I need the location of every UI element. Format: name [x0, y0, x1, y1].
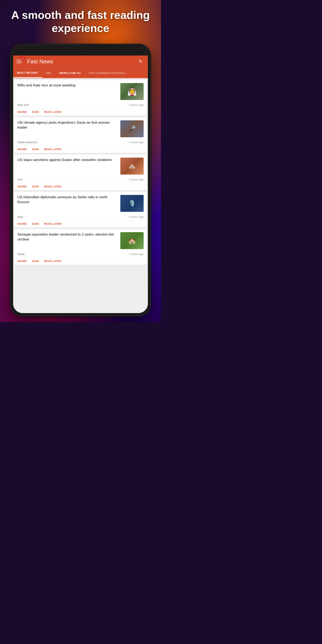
- read-later-button-4[interactable]: READ LATER: [44, 222, 61, 226]
- news-card-2-text: UN climate agency picks Argentina's Saul…: [17, 120, 118, 132]
- tab-abc[interactable]: ABC: [42, 68, 56, 78]
- save-button-5[interactable]: SAVE: [32, 260, 39, 263]
- news-meta-3: Onu 3 hours ago: [17, 177, 144, 181]
- news-card-1-text: Wills and Kate stun at royal wedding: [17, 83, 118, 90]
- news-card-2[interactable]: UN climate agency picks Argentina's Saul…: [14, 117, 146, 153]
- read-later-button-5[interactable]: READ LATER: [44, 260, 61, 263]
- news-card-1-top: Wills and Kate stun at royal wedding: [17, 83, 144, 100]
- news-headline-4: US intensifies diplomatic pressure as Se…: [17, 195, 118, 205]
- share-button-1[interactable]: SHARE: [17, 110, 27, 114]
- news-card-5-top: Senegal opposition leader sentenced to 2…: [17, 232, 144, 249]
- power-button: [150, 108, 150, 125]
- refresh-button[interactable]: ↻: [137, 58, 144, 65]
- tab-news-com-au[interactable]: NEWS.COM.AU: [56, 68, 84, 78]
- news-list: Wills and Kate stun at royal wedding Dar…: [13, 78, 148, 313]
- page-headline: A smooth and fast reading experience: [0, 8, 161, 35]
- hamburger-line-2: [16, 61, 22, 62]
- news-source-4: Oslo: [17, 215, 23, 218]
- news-time-4: 4 hours ago: [129, 215, 144, 218]
- news-source-1: Dark Suit: [17, 104, 28, 106]
- news-card-1[interactable]: Wills and Kate stun at royal wedding Dar…: [14, 80, 146, 116]
- news-image-4: [120, 195, 144, 212]
- news-image-royal: [120, 83, 144, 100]
- save-button-4[interactable]: SAVE: [32, 222, 39, 226]
- news-card-4[interactable]: US intensifies diplomatic pressure as Se…: [14, 192, 146, 228]
- news-time-5: 4 hours ago: [129, 252, 144, 256]
- share-button-4[interactable]: SHARE: [17, 222, 27, 226]
- news-image-5: [120, 232, 144, 249]
- news-image-climate: [120, 120, 144, 137]
- news-card-3-text: US slaps sanctions against Sudan after c…: [17, 158, 118, 164]
- news-meta-4: Oslo 4 hours ago: [17, 214, 144, 218]
- news-image-sudan: [120, 158, 144, 174]
- news-image-kosovo: [120, 195, 144, 212]
- new-badge: new: [20, 57, 25, 60]
- tab-bar: MOST RECENT ABC NEWS.COM.AU THE GUARDIAN…: [13, 68, 148, 78]
- news-actions-2: SHARE SAVE READ LATER: [17, 146, 144, 153]
- read-later-button-1[interactable]: READ LATER: [44, 110, 61, 114]
- read-later-button-2[interactable]: READ LATER: [44, 148, 61, 151]
- news-headline-5: Senegal opposition leader sentenced to 2…: [17, 232, 118, 242]
- news-actions-1: SHARE SAVE READ LATER: [17, 108, 144, 116]
- news-card-5[interactable]: Senegal opposition leader sentenced to 2…: [14, 229, 146, 265]
- silent-button: [10, 127, 11, 144]
- news-source-5: Dakar: [17, 252, 25, 256]
- phone-screen: 8:08 ⚙ ▾ ▲ ▓ new Fast News ↻ MOS: [13, 47, 148, 313]
- news-card-5-text: Senegal opposition leader sentenced to 2…: [17, 232, 118, 244]
- news-card-2-top: UN climate agency picks Argentina's Saul…: [17, 120, 144, 137]
- volume-down-button: [10, 106, 11, 123]
- news-meta-5: Dakar 4 hours ago: [17, 251, 144, 256]
- hamburger-menu-button[interactable]: new: [16, 58, 24, 65]
- news-card-3-top: US slaps sanctions against Sudan after c…: [17, 158, 144, 174]
- news-card-3[interactable]: US slaps sanctions against Sudan after c…: [14, 155, 146, 190]
- news-source-3: Onu: [17, 178, 23, 181]
- tab-most-recent[interactable]: MOST RECENT: [13, 68, 42, 78]
- news-actions-3: SHARE SAVE READ LATER: [17, 183, 144, 190]
- news-time-1: 3 hours ago: [129, 104, 144, 106]
- news-card-4-text: US intensifies diplomatic pressure as Se…: [17, 195, 118, 206]
- share-button-2[interactable]: SHARE: [17, 148, 27, 151]
- news-card-4-top: US intensifies diplomatic pressure as Se…: [17, 195, 144, 212]
- news-headline-3: US slaps sanctions against Sudan after c…: [17, 158, 118, 162]
- phone-top-bar: [13, 47, 148, 56]
- tab-guardian[interactable]: THE GUARDIAN AUSTRALI...: [84, 68, 132, 78]
- save-button-3[interactable]: SAVE: [32, 185, 39, 188]
- share-button-3[interactable]: SHARE: [17, 185, 27, 188]
- save-button-1[interactable]: SAVE: [32, 110, 39, 114]
- phone-frame: 8:08 ⚙ ▾ ▲ ▓ new Fast News ↻ MOS: [10, 44, 150, 316]
- app-header: new Fast News ↻: [13, 55, 148, 68]
- news-time-3: 3 hours ago: [129, 178, 144, 181]
- news-headline-1: Wills and Kate stun at royal wedding: [17, 83, 118, 88]
- app-title: Fast News: [27, 58, 134, 65]
- read-later-button-3[interactable]: READ LATER: [44, 185, 61, 188]
- camera-dot: [79, 50, 82, 53]
- hamburger-line-3: [16, 63, 22, 63]
- hamburger-line-1: [16, 60, 22, 60]
- news-meta-2: Online-News-En 3 hours ago: [17, 140, 144, 144]
- news-actions-5: SHARE SAVE READ LATER: [17, 258, 144, 265]
- news-image-1: [120, 83, 144, 100]
- refresh-icon: ↻: [139, 59, 142, 64]
- news-headline-2: UN climate agency picks Argentina's Saul…: [17, 120, 118, 130]
- save-button-2[interactable]: SAVE: [32, 148, 39, 151]
- share-button-5[interactable]: SHARE: [17, 260, 27, 263]
- news-image-senegal: [120, 232, 144, 249]
- volume-up-button: [10, 91, 11, 102]
- news-source-2: Online-News-En: [17, 141, 38, 144]
- news-meta-1: Dark Suit 3 hours ago: [17, 102, 144, 106]
- news-image-2: [120, 120, 144, 137]
- news-time-2: 3 hours ago: [129, 141, 144, 144]
- news-actions-4: SHARE SAVE READ LATER: [17, 220, 144, 228]
- news-image-3: [120, 158, 144, 174]
